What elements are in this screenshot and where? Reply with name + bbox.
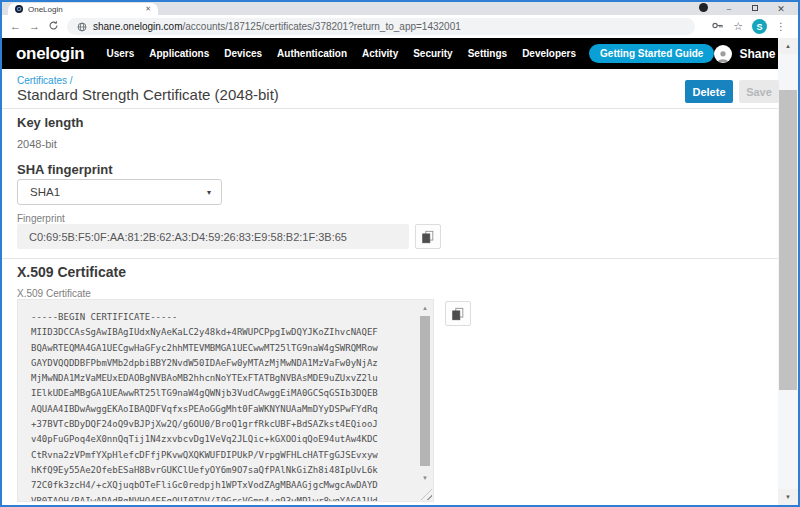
onelogin-navbar: onelogin Users Applications Devices Auth… <box>2 38 778 69</box>
password-key-icon[interactable] <box>711 18 724 36</box>
sha-selected-value: SHA1 <box>30 186 60 198</box>
textarea-scroll-up-icon[interactable]: ▲ <box>418 302 432 314</box>
scroll-up-arrow-icon[interactable]: ▲ <box>778 38 798 54</box>
sha-fingerprint-heading: SHA fingerprint <box>17 162 113 177</box>
nav-item-settings[interactable]: Settings <box>468 48 507 59</box>
browser-toolbar: ← → shane.onelogin.com/accounts/187125/c… <box>2 15 798 38</box>
fingerprint-value: C0:69:5B:F5:0F:AA:81:2B:62:A3:D4:59:26:8… <box>29 231 347 243</box>
close-button[interactable]: ✕ <box>768 4 794 14</box>
x509-section-heading: X.509 Certificate <box>17 264 126 280</box>
copy-icon <box>421 230 435 244</box>
key-length-heading: Key length <box>17 115 83 130</box>
key-length-value: 2048-bit <box>17 138 57 150</box>
tab-close-icon[interactable]: ✕ <box>145 5 151 13</box>
fingerprint-field[interactable]: C0:69:5B:F5:0F:AA:81:2B:62:A3:D4:59:26:8… <box>17 224 409 249</box>
globe-icon <box>77 18 87 35</box>
page-content: Certificates / Standard Strength Certifi… <box>2 69 778 505</box>
chevron-down-icon: ▾ <box>207 188 211 197</box>
user-name: Shane <box>739 47 775 61</box>
nav-item-developers[interactable]: Developers <box>522 48 576 59</box>
divider <box>2 258 778 259</box>
copy-certificate-button[interactable] <box>445 301 471 326</box>
toolbar-right-icons: ☆ S ⋮ <box>711 18 790 36</box>
scroll-down-arrow-icon[interactable]: ▼ <box>778 489 798 505</box>
bookmark-star-icon[interactable]: ☆ <box>733 21 743 32</box>
breadcrumb[interactable]: Certificates / <box>17 75 73 86</box>
minimize-button[interactable]: – <box>716 4 742 13</box>
page-scrollbar[interactable]: ▲ ▼ <box>778 38 798 505</box>
browser-profile-icon[interactable] <box>690 3 716 14</box>
save-button[interactable]: Save <box>739 80 779 103</box>
getting-started-guide-button[interactable]: Getting Started Guide <box>589 44 714 63</box>
textarea-scroll-down-icon[interactable]: ▼ <box>418 472 432 484</box>
chrome-profile-avatar[interactable]: S <box>752 19 767 34</box>
textarea-scrollbar-thumb[interactable] <box>420 316 430 466</box>
nav-item-security[interactable]: Security <box>413 48 452 59</box>
textarea-scrollbar[interactable]: ▲ ▼ <box>418 301 432 500</box>
nav-item-applications[interactable]: Applications <box>149 48 209 59</box>
tab-strip: O OneLogin ✕ – ✕ <box>2 2 798 15</box>
delete-button[interactable]: Delete <box>685 80 733 103</box>
url-bar[interactable]: shane.onelogin.com/accounts/187125/certi… <box>67 18 695 35</box>
page-title: Standard Strength Certificate (2048-bit) <box>17 86 279 103</box>
copy-icon <box>451 307 465 321</box>
scrollbar-thumb[interactable] <box>779 90 797 390</box>
forward-icon[interactable]: → <box>29 21 40 32</box>
nav-item-devices[interactable]: Devices <box>224 48 262 59</box>
url-path: /accounts/187125/certificates/378201?ret… <box>183 21 461 32</box>
user-avatar-icon[interactable] <box>714 45 732 63</box>
window-controls: – ✕ <box>690 2 794 15</box>
nav-user-area[interactable]: Shane <box>714 45 775 63</box>
chrome-menu-icon[interactable]: ⋮ <box>776 22 786 32</box>
browser-window: O OneLogin ✕ – ✕ ← → shane.onelogin.com/… <box>0 0 800 507</box>
back-icon[interactable]: ← <box>10 21 21 32</box>
copy-fingerprint-button[interactable] <box>415 224 441 249</box>
divider <box>2 108 778 109</box>
certificate-text[interactable]: -----BEGIN CERTIFICATE----- MIID3DCCAsSg… <box>18 300 416 501</box>
onelogin-logo[interactable]: onelogin <box>16 44 84 64</box>
fingerprint-label: Fingerprint <box>17 213 65 224</box>
onelogin-favicon-icon: O <box>15 5 23 13</box>
browser-tab[interactable]: O OneLogin ✕ <box>8 3 158 15</box>
x509-field-label: X.509 Certificate <box>17 288 91 299</box>
sha-algorithm-select[interactable]: SHA1 ▾ <box>17 179 222 205</box>
reload-icon[interactable] <box>48 20 59 33</box>
x509-certificate-textarea[interactable]: -----BEGIN CERTIFICATE----- MIID3DCCAsSg… <box>17 299 434 502</box>
tab-title: OneLogin <box>28 5 63 14</box>
nav-menu: Users Applications Devices Authenticatio… <box>106 48 576 59</box>
nav-item-users[interactable]: Users <box>106 48 134 59</box>
url-domain: shane.onelogin.com <box>93 21 183 32</box>
maximize-button[interactable] <box>742 4 768 13</box>
nav-item-activity[interactable]: Activity <box>362 48 398 59</box>
nav-item-authentication[interactable]: Authentication <box>277 48 347 59</box>
